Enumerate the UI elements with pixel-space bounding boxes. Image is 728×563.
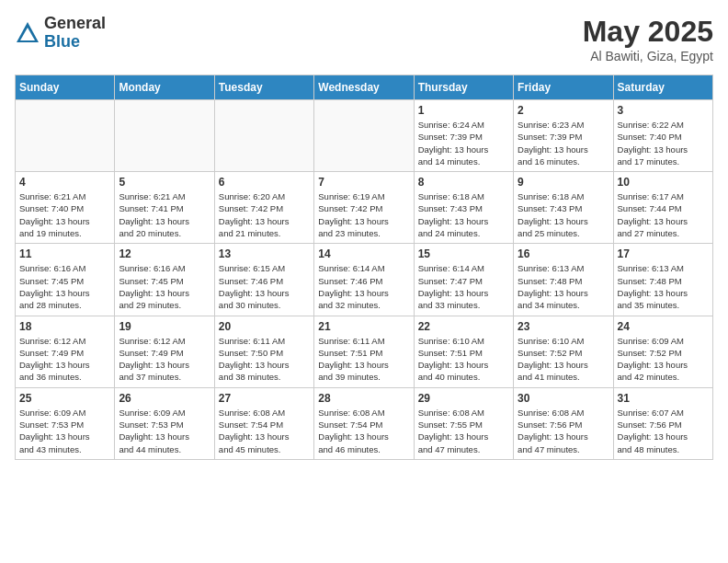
day-cell: 5Sunrise: 6:21 AM Sunset: 7:41 PM Daylig… bbox=[115, 172, 214, 244]
day-number: 14 bbox=[318, 247, 409, 260]
day-number: 21 bbox=[318, 320, 409, 333]
day-cell: 26Sunrise: 6:09 AM Sunset: 7:53 PM Dayli… bbox=[115, 387, 214, 459]
day-info: Sunrise: 6:13 AM Sunset: 7:48 PM Dayligh… bbox=[618, 262, 709, 311]
day-info: Sunrise: 6:18 AM Sunset: 7:43 PM Dayligh… bbox=[518, 190, 609, 239]
day-number: 28 bbox=[318, 392, 409, 405]
day-number: 17 bbox=[618, 247, 709, 260]
day-number: 10 bbox=[618, 176, 709, 189]
day-info: Sunrise: 6:08 AM Sunset: 7:54 PM Dayligh… bbox=[318, 407, 409, 455]
day-info: Sunrise: 6:08 AM Sunset: 7:54 PM Dayligh… bbox=[219, 407, 310, 455]
day-info: Sunrise: 6:11 AM Sunset: 7:50 PM Dayligh… bbox=[219, 335, 310, 384]
day-info: Sunrise: 6:10 AM Sunset: 7:51 PM Dayligh… bbox=[418, 335, 509, 384]
header-day-friday: Friday bbox=[514, 75, 613, 100]
day-number: 7 bbox=[318, 176, 409, 189]
day-info: Sunrise: 6:10 AM Sunset: 7:52 PM Dayligh… bbox=[518, 335, 609, 384]
day-number: 6 bbox=[219, 176, 310, 189]
day-info: Sunrise: 6:07 AM Sunset: 7:56 PM Dayligh… bbox=[618, 407, 709, 455]
day-info: Sunrise: 6:12 AM Sunset: 7:49 PM Dayligh… bbox=[119, 335, 210, 384]
day-info: Sunrise: 6:22 AM Sunset: 7:40 PM Dayligh… bbox=[618, 119, 709, 167]
logo-blue-label: Blue bbox=[44, 33, 106, 52]
day-number: 8 bbox=[418, 176, 509, 189]
day-info: Sunrise: 6:08 AM Sunset: 7:56 PM Dayligh… bbox=[518, 407, 609, 455]
day-number: 30 bbox=[518, 392, 609, 405]
day-info: Sunrise: 6:09 AM Sunset: 7:53 PM Dayligh… bbox=[19, 407, 110, 455]
day-number: 29 bbox=[418, 392, 509, 405]
day-cell: 27Sunrise: 6:08 AM Sunset: 7:54 PM Dayli… bbox=[214, 387, 313, 459]
day-info: Sunrise: 6:12 AM Sunset: 7:49 PM Dayligh… bbox=[19, 335, 110, 384]
logo-general-label: General bbox=[44, 15, 106, 33]
day-info: Sunrise: 6:20 AM Sunset: 7:42 PM Dayligh… bbox=[219, 190, 310, 239]
day-cell: 2Sunrise: 6:23 AM Sunset: 7:39 PM Daylig… bbox=[514, 100, 613, 172]
day-cell: 9Sunrise: 6:18 AM Sunset: 7:43 PM Daylig… bbox=[514, 172, 613, 244]
day-cell bbox=[214, 100, 313, 172]
day-cell: 22Sunrise: 6:10 AM Sunset: 7:51 PM Dayli… bbox=[414, 316, 513, 387]
day-cell: 19Sunrise: 6:12 AM Sunset: 7:49 PM Dayli… bbox=[115, 316, 214, 387]
calendar-table: SundayMondayTuesdayWednesdayThursdayFrid… bbox=[15, 75, 713, 460]
logo: General Blue bbox=[15, 15, 106, 52]
day-number: 27 bbox=[219, 392, 310, 405]
day-cell: 7Sunrise: 6:19 AM Sunset: 7:42 PM Daylig… bbox=[314, 172, 414, 244]
calendar-header: SundayMondayTuesdayWednesdayThursdayFrid… bbox=[16, 75, 713, 100]
day-number: 24 bbox=[618, 320, 709, 333]
day-info: Sunrise: 6:14 AM Sunset: 7:46 PM Dayligh… bbox=[318, 262, 409, 311]
day-info: Sunrise: 6:17 AM Sunset: 7:44 PM Dayligh… bbox=[618, 190, 709, 239]
header-day-saturday: Saturday bbox=[613, 75, 712, 100]
week-row-1: 4Sunrise: 6:21 AM Sunset: 7:40 PM Daylig… bbox=[16, 172, 713, 244]
day-info: Sunrise: 6:21 AM Sunset: 7:41 PM Dayligh… bbox=[119, 190, 210, 239]
day-number: 5 bbox=[119, 176, 210, 189]
day-cell: 28Sunrise: 6:08 AM Sunset: 7:54 PM Dayli… bbox=[314, 387, 414, 459]
day-number: 4 bbox=[19, 176, 110, 189]
day-cell: 17Sunrise: 6:13 AM Sunset: 7:48 PM Dayli… bbox=[613, 244, 712, 316]
day-number: 11 bbox=[19, 247, 110, 260]
day-cell: 23Sunrise: 6:10 AM Sunset: 7:52 PM Dayli… bbox=[514, 316, 613, 387]
day-info: Sunrise: 6:19 AM Sunset: 7:42 PM Dayligh… bbox=[318, 190, 409, 239]
day-cell: 18Sunrise: 6:12 AM Sunset: 7:49 PM Dayli… bbox=[16, 316, 115, 387]
header-day-sunday: Sunday bbox=[16, 75, 115, 100]
day-number: 26 bbox=[119, 392, 210, 405]
day-info: Sunrise: 6:14 AM Sunset: 7:47 PM Dayligh… bbox=[418, 262, 509, 311]
day-cell: 31Sunrise: 6:07 AM Sunset: 7:56 PM Dayli… bbox=[613, 387, 712, 459]
day-cell: 24Sunrise: 6:09 AM Sunset: 7:52 PM Dayli… bbox=[613, 316, 712, 387]
day-cell: 8Sunrise: 6:18 AM Sunset: 7:43 PM Daylig… bbox=[414, 172, 513, 244]
day-cell: 3Sunrise: 6:22 AM Sunset: 7:40 PM Daylig… bbox=[613, 100, 712, 172]
calendar-body: 1Sunrise: 6:24 AM Sunset: 7:39 PM Daylig… bbox=[16, 100, 713, 460]
header-row: SundayMondayTuesdayWednesdayThursdayFrid… bbox=[16, 75, 713, 100]
day-number: 13 bbox=[219, 247, 310, 260]
day-cell: 16Sunrise: 6:13 AM Sunset: 7:48 PM Dayli… bbox=[514, 244, 613, 316]
day-info: Sunrise: 6:23 AM Sunset: 7:39 PM Dayligh… bbox=[518, 119, 609, 167]
day-cell: 6Sunrise: 6:20 AM Sunset: 7:42 PM Daylig… bbox=[214, 172, 313, 244]
page-header: General Blue May 2025 Al Bawiti, Giza, E… bbox=[15, 15, 713, 63]
day-info: Sunrise: 6:16 AM Sunset: 7:45 PM Dayligh… bbox=[19, 262, 110, 311]
day-number: 20 bbox=[219, 320, 310, 333]
day-number: 23 bbox=[518, 320, 609, 333]
week-row-4: 25Sunrise: 6:09 AM Sunset: 7:53 PM Dayli… bbox=[16, 387, 713, 459]
day-number: 3 bbox=[618, 104, 709, 117]
day-cell: 20Sunrise: 6:11 AM Sunset: 7:50 PM Dayli… bbox=[214, 316, 313, 387]
day-number: 31 bbox=[618, 392, 709, 405]
header-day-tuesday: Tuesday bbox=[214, 75, 313, 100]
day-info: Sunrise: 6:09 AM Sunset: 7:53 PM Dayligh… bbox=[119, 407, 210, 455]
day-number: 16 bbox=[518, 247, 609, 260]
day-info: Sunrise: 6:11 AM Sunset: 7:51 PM Dayligh… bbox=[318, 335, 409, 384]
month-title: May 2025 bbox=[583, 15, 713, 49]
day-number: 22 bbox=[418, 320, 509, 333]
location-label: Al Bawiti, Giza, Egypt bbox=[583, 49, 713, 63]
day-cell bbox=[314, 100, 414, 172]
day-info: Sunrise: 6:13 AM Sunset: 7:48 PM Dayligh… bbox=[518, 262, 609, 311]
day-cell: 11Sunrise: 6:16 AM Sunset: 7:45 PM Dayli… bbox=[16, 244, 115, 316]
day-cell: 10Sunrise: 6:17 AM Sunset: 7:44 PM Dayli… bbox=[613, 172, 712, 244]
day-number: 18 bbox=[19, 320, 110, 333]
logo-icon bbox=[15, 20, 40, 46]
day-cell bbox=[16, 100, 115, 172]
day-number: 12 bbox=[119, 247, 210, 260]
day-cell: 25Sunrise: 6:09 AM Sunset: 7:53 PM Dayli… bbox=[16, 387, 115, 459]
day-cell: 29Sunrise: 6:08 AM Sunset: 7:55 PM Dayli… bbox=[414, 387, 513, 459]
day-info: Sunrise: 6:15 AM Sunset: 7:46 PM Dayligh… bbox=[219, 262, 310, 311]
day-cell: 12Sunrise: 6:16 AM Sunset: 7:45 PM Dayli… bbox=[115, 244, 214, 316]
header-day-wednesday: Wednesday bbox=[314, 75, 414, 100]
day-info: Sunrise: 6:24 AM Sunset: 7:39 PM Dayligh… bbox=[418, 119, 509, 167]
day-number: 1 bbox=[418, 104, 509, 117]
day-cell: 1Sunrise: 6:24 AM Sunset: 7:39 PM Daylig… bbox=[414, 100, 513, 172]
day-cell: 15Sunrise: 6:14 AM Sunset: 7:47 PM Dayli… bbox=[414, 244, 513, 316]
day-number: 2 bbox=[518, 104, 609, 117]
